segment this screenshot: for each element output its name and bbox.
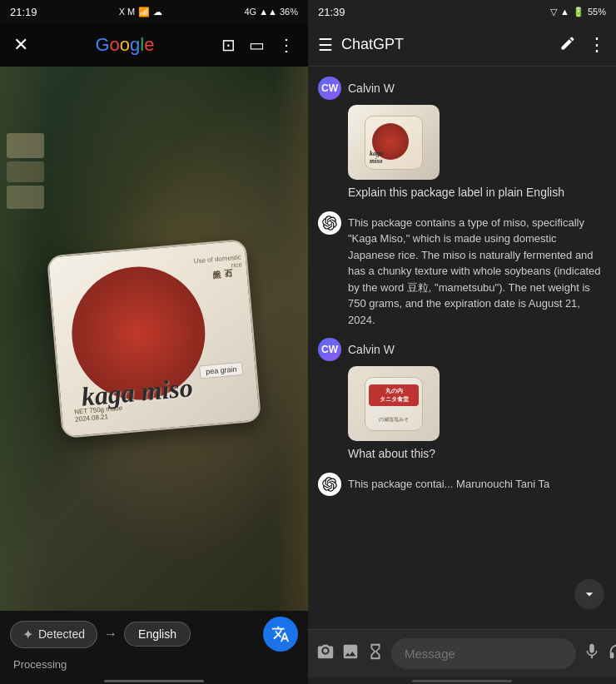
- detected-pill[interactable]: ✦ Detected: [10, 621, 97, 648]
- user-header-1: CW Calvin W: [318, 77, 606, 100]
- scroll-down-button[interactable]: [574, 579, 604, 609]
- right-time: 21:39: [318, 6, 345, 18]
- tablet-icon[interactable]: ▭: [249, 35, 265, 55]
- miso-package: Use of domesticrice 百万石天然醸 kaga miso pea…: [47, 239, 261, 439]
- chatgpt-title: ChatGPT: [341, 36, 551, 53]
- toolbar-icons: ⊡ ▭ ⋮: [221, 35, 295, 55]
- message-input[interactable]: [391, 638, 576, 669]
- detected-row: ✦ Detected → English: [10, 617, 298, 652]
- user-name-2: Calvin W: [348, 343, 395, 356]
- camera-view: Use of domesticrice 百万石天然醸 kaga miso pea…: [0, 67, 308, 611]
- left-network-icons: X M: [119, 7, 136, 17]
- translate-bar: ✦ Detected → English Processing: [0, 611, 308, 677]
- chat-messages: CW Calvin W kagamiso Explain this packag…: [308, 67, 616, 629]
- right-wifi-icon: ▽: [550, 7, 557, 17]
- right-battery-icon: 🔋: [573, 7, 584, 17]
- detected-label: Detected: [38, 627, 85, 641]
- more-options-icon[interactable]: ⋮: [588, 34, 606, 56]
- net-weight-text: NET 750g made2024.08.21: [74, 404, 123, 424]
- google-logo: Google: [95, 34, 154, 56]
- ai-message-2: This package contai... Marunouchi Tani T…: [318, 473, 606, 496]
- user-image-2: 丸の内タニタ食堂 の減塩塩みそ: [348, 366, 440, 441]
- left-time: 21:19: [10, 6, 37, 18]
- pea-grain-label: pea grain: [199, 362, 243, 379]
- right-status-bar: 21:39 ▽ ▲ 🔋 55%: [308, 0, 616, 23]
- ai-message-1: This package contains a type of miso, sp…: [318, 211, 606, 329]
- left-battery-area: 4G ▲▲ 36%: [244, 7, 298, 17]
- edit-icon[interactable]: [559, 35, 576, 55]
- user-message-1: CW Calvin W kagamiso Explain this packag…: [318, 77, 606, 201]
- chatgpt-header: ☰ ChatGPT ⋮: [308, 23, 616, 67]
- user-header-2: CW Calvin W: [318, 338, 606, 361]
- domestic-rice-text: Use of domesticrice: [193, 254, 242, 273]
- user-name-1: Calvin W: [348, 82, 395, 95]
- right-panel: 21:39 ▽ ▲ 🔋 55% ☰ ChatGPT ⋮ CW Calvin W: [308, 0, 616, 684]
- cast-icon[interactable]: ⊡: [221, 35, 236, 55]
- user-image-1: kagamiso: [348, 105, 440, 180]
- ai-avatar-1: [318, 211, 341, 235]
- file-icon[interactable]: [366, 642, 385, 665]
- left-home-indicator: [0, 677, 308, 684]
- right-signal-icon: ▲: [560, 7, 569, 17]
- arrow-icon: →: [104, 627, 117, 642]
- user-text-1: Explain this package label in plain Engl…: [348, 185, 606, 201]
- ai-text-1: This package contains a type of miso, sp…: [348, 211, 606, 329]
- processing-label: Processing: [10, 658, 67, 671]
- msg-miso-pkg-2: 丸の内タニタ食堂 の減塩塩みそ: [365, 377, 423, 431]
- menu-icon[interactable]: ☰: [318, 35, 333, 55]
- left-status-bar: 21:19 X M 📶 ☁ 4G ▲▲ 36%: [0, 0, 308, 23]
- processing-row: Processing: [10, 657, 298, 672]
- left-cloud-icon: ☁: [153, 7, 162, 17]
- left-signal-icon: 📶: [138, 7, 150, 17]
- camera-icon[interactable]: [316, 642, 335, 665]
- translate-button[interactable]: [263, 617, 298, 652]
- left-home-bar: [104, 680, 204, 682]
- ai-text-2: This package contai... Marunouchi Tani T…: [348, 473, 606, 496]
- user-text-2: What about this?: [348, 446, 606, 463]
- english-label: English: [138, 627, 176, 641]
- translate-icon: [271, 625, 290, 643]
- left-panel: 21:19 X M 📶 ☁ 4G ▲▲ 36% ✕ Google ⊡ ▭ ⋮: [0, 0, 308, 684]
- chat-input-bar: [308, 629, 616, 677]
- pkg2-subtitle: の減塩塩みそ: [369, 416, 419, 424]
- ai-avatar-2: [318, 473, 341, 496]
- right-battery-text: 55%: [588, 7, 606, 17]
- more-icon[interactable]: ⋮: [278, 35, 295, 55]
- right-home-indicator: [308, 677, 616, 684]
- pkg2-label: 丸の内タニタ食堂: [369, 384, 419, 406]
- headphones-icon[interactable]: [608, 642, 616, 665]
- user-avatar-2: CW: [318, 338, 341, 361]
- product-image: Use of domesticrice 百万石天然醸 kaga miso pea…: [0, 67, 308, 611]
- close-button[interactable]: ✕: [13, 34, 28, 56]
- msg-miso-pkg-1: kagamiso: [365, 116, 423, 170]
- sparkle-icon: ✦: [22, 627, 33, 642]
- left-battery-text: 4G ▲▲ 36%: [244, 7, 298, 17]
- user-message-2: CW Calvin W 丸の内タニタ食堂 の減塩塩みそ What about t…: [318, 338, 606, 463]
- english-pill[interactable]: English: [124, 622, 191, 647]
- right-home-bar: [412, 680, 512, 682]
- header-action-icons: ⋮: [559, 34, 606, 56]
- user-avatar-1: CW: [318, 77, 341, 100]
- left-status-icons: X M 📶 ☁: [119, 7, 163, 17]
- right-status-icons: ▽ ▲ 🔋 55%: [550, 7, 606, 17]
- mic-icon[interactable]: [583, 642, 601, 665]
- photo-icon[interactable]: [341, 642, 360, 665]
- left-toolbar: ✕ Google ⊡ ▭ ⋮: [0, 23, 308, 67]
